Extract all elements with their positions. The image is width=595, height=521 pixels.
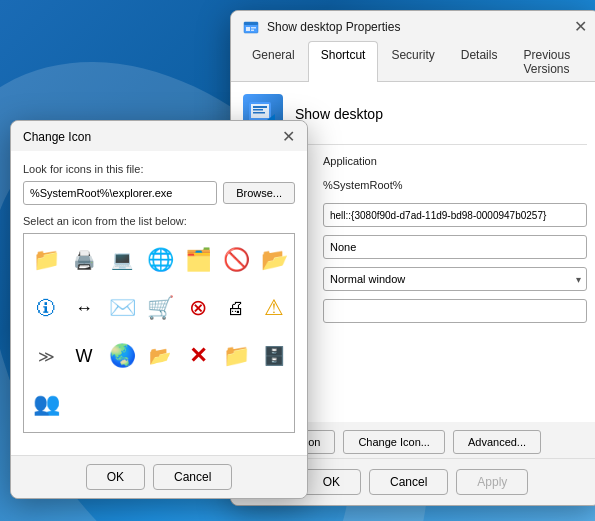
icon-cell-2[interactable]: 💻 (104, 238, 140, 282)
icon-cell-3[interactable]: 🌐 (142, 238, 178, 282)
icon-cell-12[interactable]: 🖨 (218, 286, 254, 330)
tab-details[interactable]: Details (448, 41, 511, 82)
change-icon-close-button[interactable]: ✕ (282, 129, 295, 145)
icon-cell-11[interactable]: ⊗ (180, 286, 216, 330)
icon-grid: 📁 🖨️ 💻 🌐 🗂️ 🚫 📂 🛈 ↔ ✉️ 🛒 ⊗ 🖨 ⚠ ≫ W 🌏 (24, 234, 295, 432)
properties-close-button[interactable]: ✕ (574, 19, 587, 35)
icon-cell-14[interactable]: ≫ (28, 334, 64, 378)
type-value: Application (323, 155, 587, 167)
tabs-bar: General Shortcut Security Details Previo… (231, 41, 595, 82)
icon-cell-6[interactable]: 📂 (256, 238, 292, 282)
props-ok-button[interactable]: OK (302, 469, 361, 495)
comment-input[interactable] (323, 299, 587, 323)
change-icon-title-text: Change Icon (23, 130, 91, 144)
hotkey-input[interactable] (323, 235, 587, 259)
icon-cell-9[interactable]: ✉️ (104, 286, 140, 330)
props-cancel-button[interactable]: Cancel (369, 469, 448, 495)
change-icon-button[interactable]: Change Icon... (343, 430, 445, 454)
icon-cell-15[interactable]: W (66, 334, 102, 378)
location-value: %SystemRoot% (323, 179, 587, 191)
icon-grid-container[interactable]: 📁 🖨️ 💻 🌐 🗂️ 🚫 📂 🛈 ↔ ✉️ 🛒 ⊗ 🖨 ⚠ ≫ W 🌏 (23, 233, 295, 433)
icon-cell-21[interactable]: 👥 (28, 382, 64, 426)
icon-cell-13[interactable]: ⚠ (256, 286, 292, 330)
shortcut-app-name: Show desktop (295, 106, 383, 122)
tab-security[interactable]: Security (378, 41, 447, 82)
change-icon-dialog: Change Icon ✕ Look for icons in this fil… (10, 120, 308, 499)
title-bar-left: Show desktop Properties (243, 19, 400, 35)
icon-cell-4[interactable]: 🗂️ (180, 238, 216, 282)
icon-cell-7[interactable]: 🛈 (28, 286, 64, 330)
tab-previous-versions[interactable]: Previous Versions (510, 41, 591, 82)
properties-title-text: Show desktop Properties (267, 20, 400, 34)
change-icon-content: Look for icons in this file: Browse... S… (11, 151, 307, 455)
change-icon-title-bar: Change Icon ✕ (11, 121, 307, 151)
change-icon-footer: OK Cancel (11, 455, 307, 498)
properties-title-bar: Show desktop Properties ✕ (231, 11, 595, 41)
icon-cell-1[interactable]: 🖨️ (66, 238, 102, 282)
svg-rect-1 (244, 22, 258, 25)
properties-window-icon (243, 19, 259, 35)
icon-cell-8[interactable]: ↔ (66, 286, 102, 330)
svg-rect-2 (246, 27, 250, 31)
advanced-button[interactable]: Advanced... (453, 430, 541, 454)
tab-shortcut[interactable]: Shortcut (308, 41, 379, 82)
file-path-input[interactable] (23, 181, 217, 205)
icon-cell-16[interactable]: 🌏 (104, 334, 140, 378)
tab-general[interactable]: General (239, 41, 308, 82)
icon-cell-20[interactable]: 🗄️ (256, 334, 292, 378)
svg-rect-4 (251, 30, 254, 32)
props-apply-button[interactable]: Apply (456, 469, 528, 495)
run-select-wrapper: Normal window (323, 267, 587, 291)
icon-cell-0[interactable]: 📁 (28, 238, 64, 282)
icon-cell-19[interactable]: 📁 (218, 334, 254, 378)
change-icon-cancel-button[interactable]: Cancel (153, 464, 232, 490)
svg-rect-8 (253, 109, 263, 111)
icon-cell-18[interactable]: ✕ (180, 334, 216, 378)
svg-rect-9 (253, 112, 265, 114)
file-path-row: Browse... (23, 181, 295, 205)
look-for-label: Look for icons in this file: (23, 163, 295, 175)
icon-cell-5[interactable]: 🚫 (218, 238, 254, 282)
icon-cell-10[interactable]: 🛒 (142, 286, 178, 330)
browse-button[interactable]: Browse... (223, 182, 295, 204)
run-select[interactable]: Normal window (323, 267, 587, 291)
select-icon-label: Select an icon from the list below: (23, 215, 295, 227)
icon-cell-17[interactable]: 📂 (142, 334, 178, 378)
change-icon-ok-button[interactable]: OK (86, 464, 145, 490)
svg-rect-3 (251, 27, 256, 29)
svg-rect-7 (253, 106, 267, 108)
target-input[interactable] (323, 203, 587, 227)
